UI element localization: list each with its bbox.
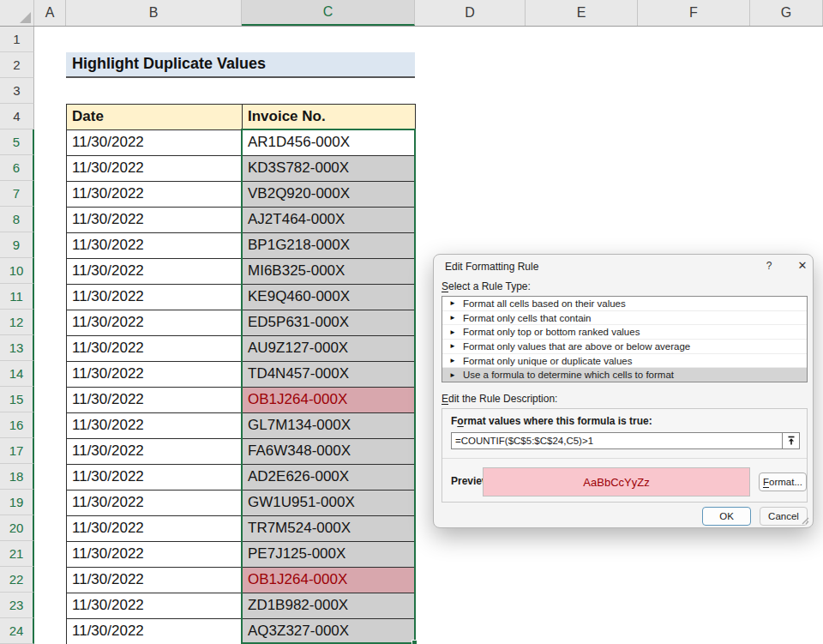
close-icon[interactable]: ✕ — [795, 259, 810, 272]
cell-B16[interactable]: 11/30/2022 — [67, 413, 243, 439]
cell-C8[interactable]: AJ2T464-000X — [243, 208, 416, 233]
edit-formatting-rule-dialog: Edit Formatting Rule ? ✕ Select a Rule T… — [433, 254, 814, 528]
ok-button[interactable]: OK — [702, 507, 751, 526]
row-header-6[interactable]: 6 — [0, 155, 34, 181]
cell-C20[interactable]: TR7M524-000X — [243, 516, 416, 542]
row-header-5[interactable]: 5 — [0, 129, 34, 155]
cell-B6[interactable]: 11/30/2022 — [67, 156, 243, 182]
formula-input[interactable] — [451, 432, 782, 449]
cell-B13[interactable]: 11/30/2022 — [67, 336, 243, 362]
row-header-20[interactable]: 20 — [0, 515, 34, 541]
help-icon[interactable]: ? — [762, 260, 776, 272]
row-header-13[interactable]: 13 — [0, 335, 34, 361]
cell-C24[interactable]: AQ3Z327-000X — [243, 619, 416, 644]
row-header-15[interactable]: 15 — [0, 387, 34, 412]
cell-B23[interactable]: 11/30/2022 — [67, 593, 243, 619]
row-header-10[interactable]: 10 — [0, 258, 34, 284]
row-header-24[interactable]: 24 — [0, 618, 34, 644]
rule-type-text: Format only values that are above or bel… — [463, 341, 690, 352]
cell-C5[interactable]: AR1D456-000X — [243, 130, 416, 156]
cell-C6[interactable]: KD3S782-000X — [243, 156, 416, 182]
cell-C12[interactable]: ED5P631-000X — [243, 310, 416, 336]
row-header-21[interactable]: 21 — [0, 541, 34, 567]
rule-type-item-3[interactable]: ►Format only values that are above or be… — [442, 340, 807, 354]
row-header-19[interactable]: 19 — [0, 490, 34, 515]
cell-B22[interactable]: 11/30/2022 — [67, 568, 243, 593]
cell-C10[interactable]: MI6B325-000X — [243, 259, 416, 285]
table-row-18: 11/30/2022AD2E626-000X — [67, 465, 416, 491]
column-header-C[interactable]: C — [242, 0, 415, 26]
cell-C21[interactable]: PE7J125-000X — [243, 542, 416, 568]
dialog-title: Edit Formatting Rule — [445, 261, 538, 273]
cell-C18[interactable]: AD2E626-000X — [243, 465, 416, 491]
cell-C23[interactable]: ZD1B982-000X — [243, 593, 416, 619]
column-header-F[interactable]: F — [638, 0, 750, 26]
formula-label: Format values where this formula is true… — [451, 415, 652, 427]
column-header-G[interactable]: G — [750, 0, 823, 26]
select-all-corner[interactable] — [0, 0, 34, 26]
cell-C16[interactable]: GL7M134-000X — [243, 413, 416, 439]
cell-B7[interactable]: 11/30/2022 — [67, 182, 243, 208]
cell-B20[interactable]: 11/30/2022 — [67, 516, 243, 542]
column-header-D[interactable]: D — [415, 0, 526, 26]
cell-B15[interactable]: 11/30/2022 — [67, 388, 243, 413]
cell-C14[interactable]: TD4N457-000X — [243, 362, 416, 388]
row-header-14[interactable]: 14 — [0, 361, 34, 387]
cell-title-B2[interactable]: Highlight Duplicate Values — [66, 52, 415, 78]
cell-B18[interactable]: 11/30/2022 — [67, 465, 243, 491]
column-header-B[interactable]: B — [66, 0, 242, 26]
dialog-titlebar[interactable]: Edit Formatting Rule ? ✕ — [434, 255, 813, 279]
rule-type-item-1[interactable]: ►Format only cells that contain — [442, 311, 807, 326]
groupbox-separator — [442, 458, 807, 459]
table-row-14: 11/30/2022TD4N457-000X — [67, 362, 416, 388]
row-header-18[interactable]: 18 — [0, 464, 34, 490]
row-header-4[interactable]: 4 — [0, 104, 34, 129]
cell-C17[interactable]: FA6W348-000X — [243, 439, 416, 465]
row-header-7[interactable]: 7 — [0, 181, 34, 207]
row-header-strip: 123456789101112131415161718192021222324 — [0, 27, 34, 644]
cell-C13[interactable]: AU9Z127-000X — [243, 336, 416, 362]
cell-C19[interactable]: GW1U951-000X — [243, 491, 416, 516]
cell-B14[interactable]: 11/30/2022 — [67, 362, 243, 388]
cell-C9[interactable]: BP1G218-000X — [243, 233, 416, 259]
row-header-16[interactable]: 16 — [0, 412, 34, 438]
rule-type-text: Use a formula to determine which cells t… — [463, 370, 674, 380]
rule-type-item-2[interactable]: ►Format only top or bottom ranked values — [442, 325, 807, 340]
cell-C22[interactable]: OB1J264-000X — [243, 568, 416, 593]
cell-B11[interactable]: 11/30/2022 — [67, 285, 243, 310]
cell-B10[interactable]: 11/30/2022 — [67, 259, 243, 285]
column-header-E[interactable]: E — [526, 0, 638, 26]
rule-type-item-0[interactable]: ►Format all cells based on their values — [442, 297, 807, 311]
header-cell-date[interactable]: Date — [67, 105, 243, 130]
table-row-7: 11/30/2022VB2Q920-000X — [67, 182, 416, 208]
row-header-2[interactable]: 2 — [0, 52, 34, 78]
rule-description-label: Edit the Rule Description: — [442, 393, 557, 405]
row-header-12[interactable]: 12 — [0, 310, 34, 335]
cell-C11[interactable]: KE9Q460-000X — [243, 285, 416, 310]
cell-B9[interactable]: 11/30/2022 — [67, 233, 243, 259]
column-header-A[interactable]: A — [34, 0, 66, 26]
cell-C15[interactable]: OB1J264-000X — [243, 388, 416, 413]
cell-B21[interactable]: 11/30/2022 — [67, 542, 243, 568]
row-header-8[interactable]: 8 — [0, 207, 34, 232]
cell-B24[interactable]: 11/30/2022 — [67, 619, 243, 644]
row-header-23[interactable]: 23 — [0, 593, 34, 618]
row-header-3[interactable]: 3 — [0, 78, 34, 104]
cell-B19[interactable]: 11/30/2022 — [67, 491, 243, 516]
row-header-17[interactable]: 17 — [0, 438, 34, 464]
cell-B5[interactable]: 11/30/2022 — [67, 130, 243, 156]
rule-type-item-5[interactable]: ►Use a formula to determine which cells … — [442, 368, 807, 382]
cell-B8[interactable]: 11/30/2022 — [67, 208, 243, 233]
resize-grip[interactable] — [800, 515, 809, 525]
row-header-9[interactable]: 9 — [0, 232, 34, 258]
rule-type-item-4[interactable]: ►Format only unique or duplicate values — [442, 354, 807, 369]
cell-B12[interactable]: 11/30/2022 — [67, 310, 243, 336]
row-header-11[interactable]: 11 — [0, 284, 34, 310]
format-button[interactable]: Format... — [759, 472, 807, 491]
row-header-22[interactable]: 22 — [0, 567, 34, 593]
row-header-1[interactable]: 1 — [0, 27, 34, 52]
cell-B17[interactable]: 11/30/2022 — [67, 439, 243, 465]
header-cell-invoice[interactable]: Invoice No. — [243, 105, 416, 130]
cell-C7[interactable]: VB2Q920-000X — [243, 182, 416, 208]
collapse-dialog-button[interactable] — [782, 432, 800, 449]
